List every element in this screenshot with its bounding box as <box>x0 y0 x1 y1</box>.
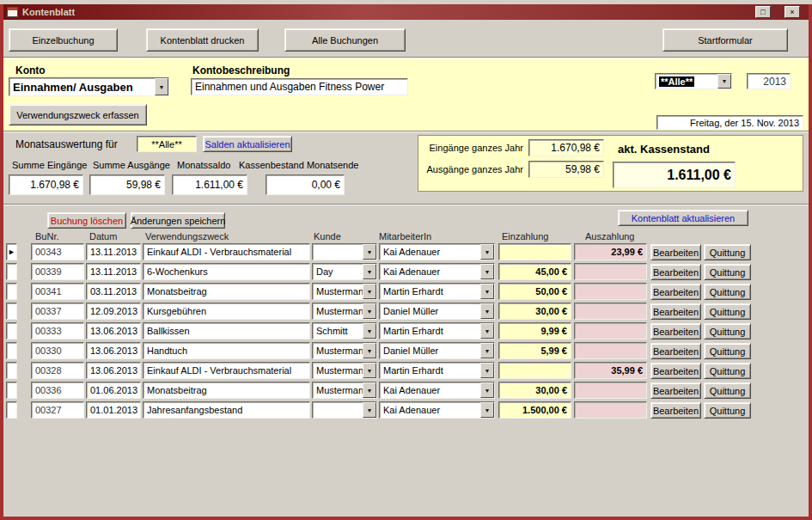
chevron-down-icon[interactable]: ▼ <box>155 78 168 95</box>
bearbeiten-button[interactable]: Bearbeiten <box>650 323 701 340</box>
chevron-down-icon[interactable]: ▼ <box>480 382 494 398</box>
kunde-combobox[interactable]: ▼ <box>312 401 377 419</box>
kontenblatt-aktualisieren-button[interactable]: Kontenblatt aktualisieren <box>618 210 748 226</box>
konto-combobox[interactable]: Einnahmen/ Ausgaben ▼ <box>9 77 169 96</box>
chevron-down-icon[interactable]: ▼ <box>363 402 376 418</box>
mitarbeiter-combobox[interactable]: Martin Erhardt▼ <box>379 283 495 300</box>
datum-cell[interactable]: 12.09.2013 <box>86 303 141 320</box>
restore-button[interactable]: □ <box>755 6 771 18</box>
verwendungszweck-cell[interactable]: 6-Wochenkurs <box>143 263 310 280</box>
record-selector[interactable] <box>6 283 17 300</box>
einzahlung-cell[interactable]: 30,00 € <box>498 382 571 399</box>
chevron-down-icon[interactable]: ▼ <box>480 244 494 260</box>
mitarbeiter-combobox[interactable]: Martin Erhardt▼ <box>379 362 495 379</box>
record-selector[interactable] <box>6 401 17 419</box>
einzahlung-cell[interactable]: 9,99 € <box>498 322 571 340</box>
chevron-down-icon[interactable]: ▼ <box>480 303 494 319</box>
datum-cell[interactable]: 13.06.2013 <box>86 322 141 340</box>
verwendungszweck-cell[interactable]: Monatsbeitrag <box>143 382 310 399</box>
startformular-button[interactable]: Startformular <box>662 28 788 52</box>
bearbeiten-button[interactable]: Bearbeiten <box>650 382 701 399</box>
buchung-loeschen-button[interactable]: Buchung löschen <box>47 212 126 229</box>
chevron-down-icon[interactable]: ▼ <box>363 382 376 398</box>
close-button[interactable]: × <box>785 6 800 18</box>
auszahlung-cell[interactable] <box>574 342 647 359</box>
kunde-combobox[interactable]: Mustermann▼ <box>312 283 377 300</box>
kunde-combobox[interactable]: Mustermann▼ <box>312 382 377 399</box>
alle-buchungen-button[interactable]: Alle Buchungen <box>284 28 406 52</box>
auszahlung-cell[interactable] <box>574 322 647 340</box>
quittung-button[interactable]: Quittung <box>704 363 751 379</box>
verwendungszweck-cell[interactable]: Monatsbeitrag <box>143 283 310 300</box>
einzahlung-cell[interactable]: 5,99 € <box>498 342 571 359</box>
record-selector[interactable] <box>6 342 17 359</box>
chevron-down-icon[interactable]: ▼ <box>480 343 494 358</box>
chevron-down-icon[interactable]: ▼ <box>480 323 494 339</box>
kunde-combobox[interactable]: Day▼ <box>312 263 377 280</box>
auszahlung-cell[interactable]: 35,99 € <box>574 362 647 379</box>
einzelbuchung-button[interactable]: Einzelbuchung <box>9 28 118 52</box>
kunde-combobox[interactable]: Mustermann▼ <box>312 303 377 320</box>
chevron-down-icon[interactable]: ▼ <box>363 323 376 339</box>
datum-cell[interactable]: 13.06.2013 <box>86 362 141 379</box>
record-selector[interactable] <box>6 382 17 399</box>
chevron-down-icon[interactable]: ▼ <box>363 284 376 299</box>
chevron-down-icon[interactable]: ▼ <box>363 244 376 260</box>
verwendungszweck-cell[interactable]: Ballkissen <box>143 322 310 340</box>
verwendungszweck-cell[interactable]: Einkauf ALDI - Verbrauchsmaterial <box>143 243 310 260</box>
quittung-button[interactable]: Quittung <box>704 402 751 419</box>
mitarbeiter-combobox[interactable]: Daniel Müller▼ <box>379 342 495 359</box>
einzahlung-cell[interactable] <box>498 362 571 379</box>
record-selector[interactable] <box>6 362 17 379</box>
quittung-button[interactable]: Quittung <box>704 382 751 399</box>
mitarbeiter-combobox[interactable]: Kai Adenauer▼ <box>379 263 495 280</box>
einzahlung-cell[interactable] <box>498 243 571 260</box>
chevron-down-icon[interactable]: ▼ <box>363 303 376 319</box>
mitarbeiter-combobox[interactable]: Kai Adenauer▼ <box>379 243 495 260</box>
salden-aktualisieren-button[interactable]: Salden aktualisieren <box>203 136 292 152</box>
quittung-button[interactable]: Quittung <box>704 244 751 260</box>
datum-cell[interactable]: 13.11.2013 <box>86 243 141 260</box>
bearbeiten-button[interactable]: Bearbeiten <box>650 303 701 320</box>
verwendungszweck-erfassen-button[interactable]: Verwendungszweck erfassen <box>9 104 147 125</box>
auszahlung-cell[interactable] <box>574 303 647 320</box>
chevron-down-icon[interactable]: ▼ <box>363 264 376 279</box>
einzahlung-cell[interactable]: 30,00 € <box>498 303 571 320</box>
auszahlung-cell[interactable] <box>574 382 647 399</box>
monat-filter-combobox[interactable]: **Alle** ▼ <box>655 73 732 89</box>
verwendungszweck-cell[interactable]: Handtuch <box>143 342 310 359</box>
quittung-button[interactable]: Quittung <box>704 264 751 280</box>
auszahlung-cell[interactable] <box>574 283 647 300</box>
mitarbeiter-combobox[interactable]: Kai Adenauer▼ <box>379 382 495 399</box>
bearbeiten-button[interactable]: Bearbeiten <box>650 343 701 359</box>
chevron-down-icon[interactable]: ▼ <box>363 363 376 378</box>
record-selector[interactable] <box>6 263 17 280</box>
record-selector[interactable]: ► <box>6 243 17 260</box>
kunde-combobox[interactable]: Schmitt▼ <box>312 322 377 340</box>
chevron-down-icon[interactable]: ▼ <box>480 264 494 279</box>
mitarbeiter-combobox[interactable]: Daniel Müller▼ <box>379 303 495 320</box>
quittung-button[interactable]: Quittung <box>704 303 751 320</box>
aenderungen-speichern-button[interactable]: Änderungen speichern <box>131 212 225 229</box>
einzahlung-cell[interactable]: 45,00 € <box>498 263 571 280</box>
bearbeiten-button[interactable]: Bearbeiten <box>650 284 701 300</box>
mitarbeiter-combobox[interactable]: Martin Erhardt▼ <box>379 322 495 340</box>
quittung-button[interactable]: Quittung <box>704 284 751 300</box>
chevron-down-icon[interactable]: ▼ <box>363 343 376 358</box>
chevron-down-icon[interactable]: ▼ <box>480 284 494 299</box>
datum-cell[interactable]: 13.11.2013 <box>86 263 141 280</box>
chevron-down-icon[interactable]: ▼ <box>717 74 731 89</box>
verwendungszweck-cell[interactable]: Jahresanfangsbestand <box>143 401 310 419</box>
kunde-combobox[interactable]: Mustermann▼ <box>312 362 377 379</box>
datum-cell[interactable]: 01.06.2013 <box>86 382 141 399</box>
auszahlung-cell[interactable] <box>574 401 647 419</box>
kunde-combobox[interactable]: ▼ <box>312 243 377 260</box>
auszahlung-cell[interactable] <box>574 263 647 280</box>
verwendungszweck-cell[interactable]: Kursgebühren <box>143 303 310 320</box>
bearbeiten-button[interactable]: Bearbeiten <box>650 363 701 379</box>
datum-cell[interactable]: 13.06.2013 <box>86 342 141 359</box>
mitarbeiter-combobox[interactable]: Kai Adenauer▼ <box>379 401 495 419</box>
record-selector[interactable] <box>6 322 17 340</box>
chevron-down-icon[interactable]: ▼ <box>480 402 494 418</box>
chevron-down-icon[interactable]: ▼ <box>480 363 494 378</box>
